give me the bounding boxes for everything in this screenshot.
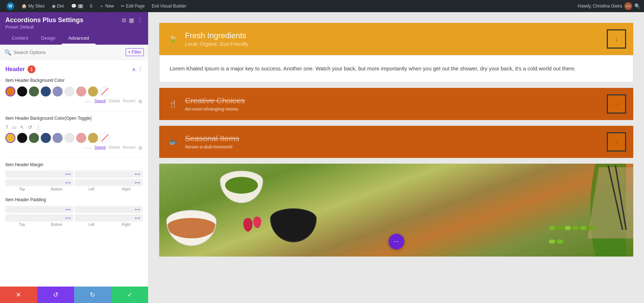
accordion-toggle-2[interactable]: ↓: [607, 94, 626, 114]
columns-icon[interactable]: ▦: [129, 17, 134, 24]
color-meta-2: ··· Saved Global Recent ⚙: [5, 145, 143, 152]
recent-link-2[interactable]: Recent: [123, 145, 135, 152]
margin-left-input[interactable]: [8, 180, 26, 185]
home-icon: 🏠: [21, 4, 27, 9]
food-image-section: ···: [159, 164, 633, 257]
user-avatar: CG: [624, 2, 632, 10]
tab-design[interactable]: Design: [35, 33, 62, 45]
accordion-header-1[interactable]: 🍃 Fresh Ingredients Local. Organic. Eco-…: [159, 23, 633, 55]
accordion-header-2[interactable]: 🍴 Creative Choices An ever-changing menu…: [159, 88, 633, 120]
swatch-gold-2[interactable]: [88, 133, 98, 143]
color-dots-1[interactable]: ···: [85, 99, 92, 105]
cancel-button[interactable]: ✕: [0, 287, 37, 303]
section-more-icon[interactable]: ⋮: [138, 66, 143, 72]
swatch-black-2[interactable]: [17, 133, 27, 143]
fish-icon: 🐟: [169, 138, 177, 146]
panel-bottom-bar: ✕ ↺ ↻ ✓: [0, 287, 148, 303]
padding-right-label: Right: [109, 223, 143, 227]
swatch-light-pink[interactable]: [76, 86, 86, 96]
margin-bottom-input[interactable]: [78, 172, 96, 176]
swatch-light-pink-2[interactable]: [76, 133, 86, 143]
swatch-dark-blue-2[interactable]: [41, 133, 51, 143]
margin-label: Item Header Margin: [5, 162, 143, 168]
accordion-creative-choices: 🍴 Creative Choices An ever-changing menu…: [159, 88, 633, 120]
arrow-down-icon-1: ↓: [615, 35, 618, 43]
panel-title-icons: ⧉ ▦ ⋮: [122, 17, 143, 24]
saved-link-1[interactable]: Saved: [94, 99, 106, 105]
swatch-light-gray-2[interactable]: [64, 133, 74, 143]
margin-top-label: Top: [5, 187, 39, 191]
accordion-toggle-1[interactable]: ↓: [607, 29, 626, 49]
swatch-none-2[interactable]: [100, 133, 110, 143]
padding-right-input[interactable]: [78, 216, 96, 220]
svg-line-0: [100, 87, 109, 96]
margin-top-wrap: ⟷: [5, 170, 73, 178]
window-icon[interactable]: ⧉: [122, 17, 126, 24]
padding-bottom-input[interactable]: [78, 207, 96, 212]
my-sites-btn[interactable]: 🏠 My Sites: [19, 0, 48, 12]
accordion-text-1: Fresh Ingredients Local. Organic. Eco-Fr…: [185, 31, 607, 47]
search-input[interactable]: [14, 50, 123, 55]
undo-button[interactable]: ↺: [37, 287, 74, 303]
exit-visual-builder-btn[interactable]: Exit Visual Builder: [149, 0, 189, 12]
global-link-1[interactable]: Global: [108, 99, 120, 105]
gear-icon-1[interactable]: ⚙: [138, 99, 143, 105]
swatch-gold[interactable]: [88, 86, 98, 96]
swatch-dark-green[interactable]: [29, 86, 39, 96]
redo-button[interactable]: ↻: [74, 287, 111, 303]
accordion-seasonal-items: 🐟 Seasonal Items Never a dull moment! ↓: [159, 126, 633, 158]
tab-content[interactable]: Content: [5, 33, 35, 45]
swatch-yellow-orange[interactable]: [5, 133, 15, 143]
gear-icon-2[interactable]: ⚙: [138, 145, 143, 152]
recent-link-1[interactable]: Recent: [123, 99, 135, 105]
accordion-toggle-3[interactable]: ↓: [607, 132, 626, 152]
help-icon[interactable]: ?: [5, 124, 8, 130]
color-dots-2[interactable]: ···: [85, 145, 92, 152]
cursor-icon[interactable]: ↖: [20, 124, 24, 130]
divi-btn[interactable]: ◉ Divi: [49, 0, 67, 12]
padding-top-wrap: ⟷: [5, 206, 73, 213]
swatch-dark-green-2[interactable]: [29, 133, 39, 143]
padding-left-input[interactable]: [8, 216, 26, 220]
margin-right-input[interactable]: [78, 180, 96, 185]
swatch-none[interactable]: [100, 86, 110, 96]
link-icon-2: ⟷: [135, 172, 140, 176]
reset-icon[interactable]: ↺: [28, 124, 32, 130]
swatch-dark-blue[interactable]: [41, 86, 51, 96]
accordion-icon-wrap-3: 🐟: [166, 135, 179, 148]
bg-color-open-label: Item Header Background Color(Open Toggle…: [5, 115, 143, 121]
panel-tabs: Content Design Advanced: [0, 33, 148, 45]
wp-logo-btn[interactable]: W: [4, 0, 17, 12]
saved-link-2[interactable]: Saved: [94, 145, 106, 152]
swatch-medium-blue-2[interactable]: [53, 133, 63, 143]
swatch-black[interactable]: [17, 86, 27, 96]
filter-button[interactable]: + Filter: [126, 48, 144, 56]
padding-top-input[interactable]: [8, 207, 26, 212]
comments-btn[interactable]: 💬 3: [68, 0, 86, 12]
margin-top-input[interactable]: [8, 172, 26, 176]
swatch-light-gray[interactable]: [64, 86, 74, 96]
margin-bottom-wrap: ⟷: [75, 170, 143, 178]
collapse-icon[interactable]: ∧: [132, 66, 136, 72]
float-action-button[interactable]: ···: [389, 234, 404, 249]
plus-icon: ＋: [99, 3, 104, 9]
link-icon-4: ⟷: [135, 181, 140, 185]
more-options-icon[interactable]: ⋮: [137, 17, 143, 24]
swatch-orange[interactable]: [5, 86, 15, 96]
accordion-header-3[interactable]: 🐟 Seasonal Items Never a dull moment! ↓: [159, 126, 633, 158]
pad-link-icon-1: ⟷: [65, 208, 70, 212]
search-icon[interactable]: 🔍: [634, 3, 640, 9]
accordion-title-1: Fresh Ingredients: [185, 31, 607, 40]
device-icon[interactable]: ▭: [12, 124, 16, 130]
edit-page-btn[interactable]: ✏ Edit Page: [118, 0, 147, 12]
global-link-2[interactable]: Global: [108, 145, 120, 152]
comment-zero-btn[interactable]: 0: [87, 0, 96, 12]
tab-advanced[interactable]: Advanced: [62, 33, 96, 45]
save-button[interactable]: ✓: [111, 287, 148, 303]
more-field-icon[interactable]: ⋮: [36, 124, 41, 130]
swatch-medium-blue[interactable]: [53, 86, 63, 96]
svg-line-1: [100, 133, 109, 143]
color-swatch-row-2: [5, 133, 143, 143]
new-btn[interactable]: ＋ New: [97, 0, 117, 12]
preset-selector[interactable]: Preset: Default: [5, 25, 143, 30]
